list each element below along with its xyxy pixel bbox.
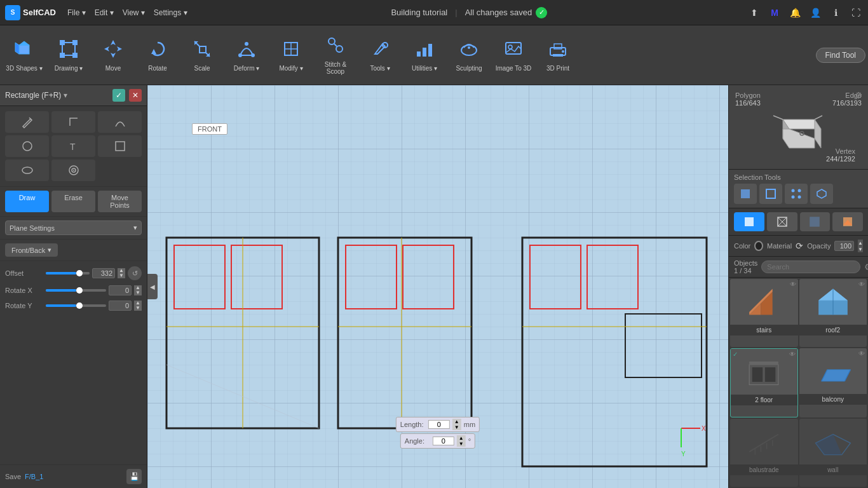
obj-eye-stairs[interactable]: 👁	[790, 281, 796, 288]
rotate-y-spin-down[interactable]: ▼	[134, 306, 142, 311]
toolbar: 3D Shapes ▾ Drawing ▾ Move Rotate Scale …	[0, 25, 868, 85]
tool-3d-shapes[interactable]: 3D Shapes ▾	[3, 28, 46, 83]
material-icon[interactable]: ⟳	[796, 241, 803, 251]
m-icon[interactable]: M	[768, 6, 782, 20]
menu-file[interactable]: File ▾	[64, 6, 90, 20]
length-input[interactable]	[428, 420, 450, 429]
sel-btn-object[interactable]	[810, 184, 833, 204]
panel-title: Rectangle (F+R) ▾	[5, 91, 67, 100]
length-spin-down[interactable]: ▼	[452, 424, 461, 430]
offset-angle-icon[interactable]: ↺	[128, 266, 142, 280]
rotate-y-row: Rotate Y 0 ▲ ▼	[5, 301, 142, 311]
draw-tool-target[interactable]	[51, 159, 95, 181]
rotate-x-value[interactable]: 0	[109, 285, 132, 295]
find-tool-button[interactable]: Find Tool	[816, 48, 865, 63]
plane-settings: Plane Settings ▾	[0, 217, 147, 240]
obj-eye-balustrade[interactable]: 👁	[790, 421, 796, 428]
menu-view[interactable]: View ▾	[119, 6, 149, 20]
tool-scale[interactable]: Scale	[180, 28, 224, 83]
svg-rect-97	[749, 362, 778, 365]
draw-tool-circle[interactable]	[5, 135, 49, 157]
obj-card-wall[interactable]: 👁 wall	[799, 419, 867, 487]
rotate-x-slider-track[interactable]	[46, 289, 106, 292]
opacity-label: Opacity	[807, 242, 831, 250]
rotate-y-slider-track[interactable]	[46, 304, 106, 307]
sel-btn-face[interactable]	[734, 184, 757, 204]
obj-card-balcony[interactable]: balcony 👁	[799, 348, 867, 417]
opacity-spin-up[interactable]: ▲	[858, 240, 863, 246]
share-icon[interactable]: ⬆	[747, 6, 761, 20]
panel-dropdown-icon[interactable]: ▾	[64, 91, 67, 100]
profile-icon[interactable]: 👤	[808, 6, 822, 20]
tool-image-to-3d[interactable]: Image To 3D	[492, 28, 535, 83]
draw-tool-angle[interactable]	[51, 111, 95, 133]
menu-edit[interactable]: Edit ▾	[91, 6, 118, 20]
mode-draw-button[interactable]: Draw	[5, 191, 49, 212]
tool-rotate[interactable]: Rotate	[136, 28, 179, 83]
search-input[interactable]	[761, 261, 860, 273]
objects-settings-icon[interactable]: ⚙	[864, 262, 868, 272]
obj-eye-wall[interactable]: 👁	[858, 421, 865, 428]
mode-move-points-button[interactable]: Move Points	[98, 191, 142, 212]
draw-tool-ellipse[interactable]	[5, 159, 49, 181]
angle-spin-down[interactable]: ▼	[457, 441, 466, 447]
opacity-spin-down[interactable]: ▼	[858, 246, 863, 252]
opacity-value[interactable]: 100	[834, 241, 854, 251]
sel-btn-vertex[interactable]	[785, 184, 808, 204]
menu-settings[interactable]: Settings ▾	[150, 6, 191, 20]
tool-sculpting[interactable]: Sculpting	[447, 28, 491, 83]
draw-tool-curve[interactable]	[98, 111, 142, 133]
offset-spin-down[interactable]: ▼	[118, 273, 125, 278]
view-mode-material[interactable]	[832, 212, 863, 231]
tool-utilities[interactable]: Utilities ▾	[403, 28, 446, 83]
obj-card-2floor[interactable]: ✓ 2 floor 👁	[730, 348, 798, 417]
draw-tool-pen[interactable]	[5, 111, 49, 133]
panel-close-button[interactable]: ✕	[129, 89, 142, 102]
offset-slider-track[interactable]	[46, 272, 90, 274]
obj-card-stairs[interactable]: stairs 👁	[730, 279, 798, 347]
svg-point-78	[792, 196, 795, 199]
draw-tool-square[interactable]	[98, 135, 142, 157]
view-mode-wireframe[interactable]	[767, 212, 797, 231]
tool-drawing[interactable]: Drawing ▾	[47, 28, 90, 83]
obj-card-roof2[interactable]: roof2 👁	[799, 279, 867, 347]
tool-3d-print[interactable]: 3D Print	[536, 28, 580, 83]
obj-eye-roof2[interactable]: 👁	[858, 281, 865, 288]
collapse-panel-button[interactable]: ◀	[147, 274, 158, 299]
save-button[interactable]: 💾	[126, 469, 142, 484]
tool-move[interactable]: Move	[92, 28, 135, 83]
angle-spin-up[interactable]: ▲	[457, 435, 466, 441]
tool-deform[interactable]: Deform ▾	[225, 28, 268, 83]
length-spin-up[interactable]: ▲	[452, 419, 461, 424]
view-mode-xray[interactable]	[800, 212, 831, 231]
panel-confirm-button[interactable]: ✓	[112, 89, 125, 102]
view-mode-solid[interactable]	[734, 212, 764, 231]
front-back-button[interactable]: Front/Back ▾	[5, 243, 58, 257]
cube-settings-icon[interactable]: ⚙	[855, 90, 863, 100]
info-icon[interactable]: ℹ	[829, 6, 843, 20]
tool-drawing-label: Drawing ▾	[55, 65, 83, 72]
rotate-y-value[interactable]: 0	[109, 301, 132, 311]
tool-modify[interactable]: Modify ▾	[269, 28, 313, 83]
plane-settings-select[interactable]: Plane Settings ▾	[5, 220, 142, 235]
rotate-x-spin-down[interactable]: ▼	[134, 290, 142, 295]
obj-eye-balcony[interactable]: 👁	[858, 350, 865, 357]
logo[interactable]: S SelfCAD	[5, 5, 56, 20]
offset-value[interactable]: 332	[92, 268, 115, 278]
mode-erase-button[interactable]: Erase	[51, 191, 95, 212]
notification-icon[interactable]: 🔔	[788, 6, 802, 20]
canvas-area[interactable]: X Y ◀ FRONT Length: ▲ ▼ mm Angle: ▲ ▼ °	[147, 85, 728, 488]
color-swatch[interactable]	[754, 241, 763, 251]
rotate-x-slider-thumb[interactable]	[76, 287, 83, 294]
tool-stitch-scoop[interactable]: Stitch & Scoop	[314, 28, 357, 83]
obj-eye-2floor[interactable]: 👁	[789, 351, 796, 358]
tool-tools-label: Tools ▾	[370, 65, 390, 72]
tool-tools[interactable]: Tools ▾	[358, 28, 402, 83]
obj-card-balustrade[interactable]: 👁 balustrade	[730, 419, 798, 487]
angle-input[interactable]	[433, 437, 454, 445]
draw-tool-text[interactable]: T	[51, 135, 95, 157]
rotate-y-slider-thumb[interactable]	[76, 302, 83, 309]
sel-btn-edge[interactable]	[759, 184, 782, 204]
fullscreen-icon[interactable]: ⛶	[849, 6, 863, 20]
offset-slider-thumb[interactable]	[76, 270, 83, 276]
